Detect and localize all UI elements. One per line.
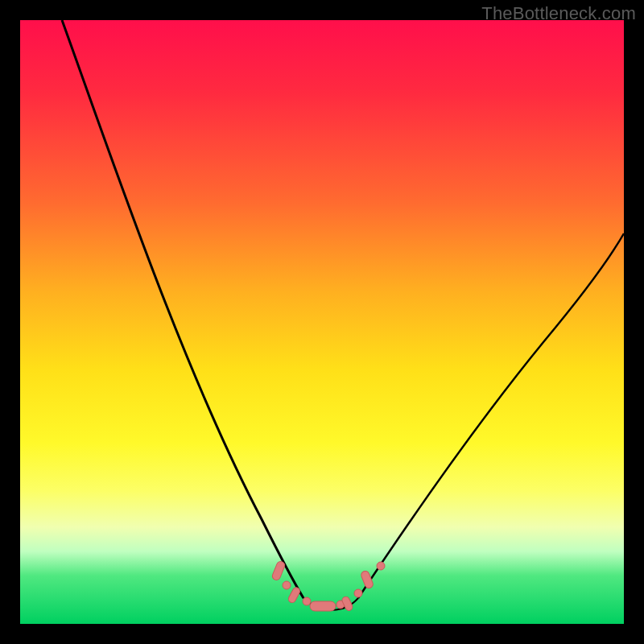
svg-rect-8 [360,570,374,589]
svg-rect-0 [271,560,286,581]
svg-point-1 [283,581,291,589]
curves-layer [20,20,624,624]
chart-frame: TheBottleneck.com [0,0,644,644]
plot-area [20,20,624,624]
svg-point-7 [354,589,362,597]
left-curve [62,20,303,598]
right-curve [358,233,624,598]
svg-point-9 [377,562,385,570]
watermark-text: TheBottleneck.com [481,3,636,24]
valley-markers [271,560,385,612]
svg-rect-4 [310,601,336,611]
svg-rect-2 [287,586,301,604]
svg-point-3 [303,597,311,605]
